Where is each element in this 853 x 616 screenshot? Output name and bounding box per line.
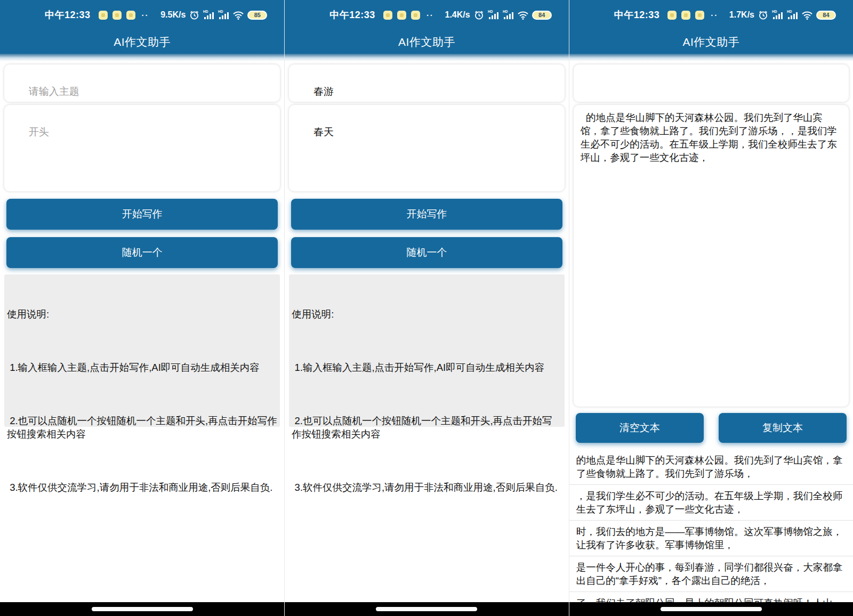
screen-3-results: 中午12:33 ·· 1.7K/s HD HD 84 AI作文助手 的地点是华山… [569, 0, 853, 616]
network-speed: 1.4K/s [445, 10, 470, 20]
header-shadow [285, 54, 568, 61]
more-notifications-icon: ·· [711, 11, 718, 20]
alarm-clock-icon [474, 10, 484, 20]
action-button-row: 清空文本 复制文本 [576, 413, 847, 443]
notification-icon [695, 11, 704, 20]
network-speed: 1.7K/s [729, 10, 754, 20]
notification-icon [681, 11, 690, 20]
system-nav-bar [0, 602, 284, 616]
usage-instructions: 使用说明: 1.输入框输入主题,点击开始写作,AI即可自动生成相关内容 2.也可… [4, 274, 280, 427]
instructions-item: 2.也可以点随机一个按钮随机一个主题和开头,再点击开始写作按钮搜索相关内容 [292, 414, 561, 441]
start-writing-button[interactable]: 开始写作 [6, 199, 278, 230]
notification-icon [397, 11, 406, 20]
topic-value: 春游 [313, 86, 334, 97]
home-gesture-pill[interactable] [661, 607, 762, 611]
home-gesture-pill[interactable] [92, 607, 193, 611]
opening-input[interactable]: 春天 [289, 105, 564, 191]
hd-signal-icon: HD [203, 10, 214, 20]
notification-icon [99, 11, 108, 20]
network-speed: 9.5K/s [160, 10, 186, 20]
topic-input[interactable]: 请输入主题 [4, 64, 280, 102]
page-title: AI作文助手 [398, 35, 455, 50]
clock-text: 中午12:33 [329, 9, 375, 21]
svg-text:HD: HD [203, 10, 208, 13]
wifi-icon [233, 11, 244, 20]
clear-text-button[interactable]: 清空文本 [576, 413, 704, 443]
generated-text-area[interactable]: 的地点是华山脚下的天河森林公园。我们先到了华山宾馆，拿了些食物就上路了。我们先到… [574, 105, 849, 407]
app-title-bar: AI作文助手 [569, 30, 853, 54]
screen-2-filled-form: 中午12:33 ·· 1.4K/s HD HD 84 AI作文助手 春游 春天 … [284, 0, 568, 616]
page-title: AI作文助手 [682, 35, 739, 50]
topic-placeholder: 请输入主题 [29, 86, 79, 97]
screen-1-empty-form: 中午12:33 ·· 9.5K/s HD HD 85 AI作文助手 请输入主题 … [0, 0, 284, 616]
system-nav-bar [569, 602, 853, 616]
instructions-title: 使用说明: [292, 307, 561, 321]
clock-text: 中午12:33 [614, 9, 660, 21]
svg-text:HD: HD [503, 10, 508, 13]
opening-input[interactable]: 开头 [4, 105, 280, 191]
list-item[interactable]: 是一件令人开心的事，每到春游，同学们都很兴奋，大家都拿出自己的“拿手好戏”，各个… [569, 556, 853, 592]
notification-icon [667, 11, 677, 20]
hd-signal-icon: HD [488, 10, 499, 20]
wifi-icon [802, 11, 812, 20]
more-notifications-icon: ·· [426, 11, 434, 20]
topic-input[interactable] [574, 64, 849, 102]
status-bar: 中午12:33 ·· 1.7K/s HD HD 84 [569, 0, 853, 30]
battery-icon: 84 [816, 11, 836, 20]
topic-input[interactable]: 春游 [289, 64, 564, 102]
opening-value: 春天 [313, 126, 334, 137]
hd-signal-icon: HD [772, 10, 783, 20]
clock-text: 中午12:33 [45, 9, 91, 21]
battery-icon: 85 [247, 11, 267, 20]
hd-signal-icon: HD [787, 10, 798, 20]
wifi-icon [518, 11, 528, 20]
suggestion-list: 的地点是华山脚下的天河森林公园。我们先到了华山宾馆，拿了些食物就上路了。我们先到… [569, 449, 853, 614]
screenshot-composite: 中午12:33 ·· 9.5K/s HD HD 85 AI作文助手 请输入主题 … [0, 0, 853, 616]
svg-text:HD: HD [772, 10, 777, 13]
notification-icon [411, 11, 420, 20]
list-item[interactable]: 时，我们去的地方是——军事博物馆。这次军事博物馆之旅，让我有了许多收获。军事博物… [569, 521, 853, 556]
instructions-item: 1.输入框输入主题,点击开始写作,AI即可自动生成相关内容 [7, 361, 277, 374]
header-shadow [0, 54, 284, 61]
battery-icon: 84 [532, 11, 552, 20]
status-bar: 中午12:33 ·· 1.4K/s HD HD 84 [285, 0, 568, 30]
notification-icon [383, 11, 392, 20]
notification-icon [112, 11, 122, 20]
list-item[interactable]: ，是我们学生必不可少的活动。在五年级上学期，我们全校师生去了东坪山，参观了一些文… [569, 485, 853, 521]
start-writing-button[interactable]: 开始写作 [291, 199, 562, 230]
list-item[interactable]: 的地点是华山脚下的天河森林公园。我们先到了华山宾馆，拿了些食物就上路了。我们先到… [569, 449, 853, 485]
copy-text-button[interactable]: 复制文本 [719, 413, 847, 443]
svg-text:HD: HD [218, 10, 223, 13]
svg-text:HD: HD [787, 10, 792, 13]
system-nav-bar [285, 602, 568, 616]
home-gesture-pill[interactable] [376, 607, 477, 611]
random-one-button[interactable]: 随机一个 [291, 237, 562, 268]
app-title-bar: AI作文助手 [0, 30, 284, 54]
header-shadow [569, 54, 853, 61]
instructions-item: 3.软件仅供交流学习,请勿用于非法和商业用途,否则后果自负. [7, 481, 277, 494]
alarm-clock-icon [758, 10, 768, 20]
instructions-item: 1.输入框输入主题,点击开始写作,AI即可自动生成相关内容 [292, 361, 561, 374]
status-bar: 中午12:33 ·· 9.5K/s HD HD 85 [0, 0, 284, 30]
notification-icon [126, 11, 135, 20]
instructions-item: 3.软件仅供交流学习,请勿用于非法和商业用途,否则后果自负. [292, 481, 561, 494]
instructions-item: 2.也可以点随机一个按钮随机一个主题和开头,再点击开始写作按钮搜索相关内容 [7, 414, 277, 441]
usage-instructions: 使用说明: 1.输入框输入主题,点击开始写作,AI即可自动生成相关内容 2.也可… [289, 274, 564, 427]
app-title-bar: AI作文助手 [285, 30, 568, 54]
hd-signal-icon: HD [503, 10, 514, 20]
page-title: AI作文助手 [114, 35, 171, 50]
opening-placeholder: 开头 [29, 126, 49, 137]
svg-text:HD: HD [488, 10, 493, 13]
more-notifications-icon: ·· [142, 11, 149, 20]
instructions-title: 使用说明: [7, 307, 277, 321]
alarm-clock-icon [189, 10, 199, 20]
hd-signal-icon: HD [218, 10, 229, 20]
random-one-button[interactable]: 随机一个 [6, 237, 278, 268]
